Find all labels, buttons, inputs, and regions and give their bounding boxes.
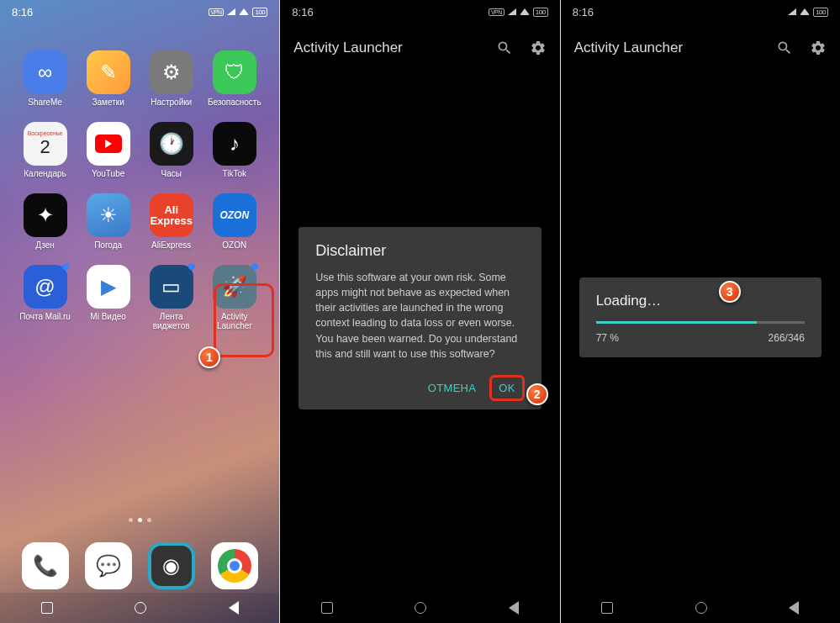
- app-tiktok[interactable]: ♪TikTok: [203, 122, 266, 178]
- security-icon: 🛡: [213, 50, 256, 94]
- app-ozon[interactable]: OZONOZON: [203, 193, 266, 250]
- app-label: Почта Mail.ru: [19, 312, 71, 321]
- app-label: Часы: [161, 169, 181, 178]
- screen-loading: 8:16 100 Activity Launcher Loading… 77 %…: [561, 0, 840, 623]
- nav-back-icon[interactable]: [789, 601, 799, 615]
- app-label: OZON: [222, 240, 246, 250]
- phone-icon[interactable]: 📞: [22, 542, 69, 589]
- notes-icon: ✎: [87, 50, 130, 94]
- nav-back-icon[interactable]: [229, 601, 239, 615]
- appbar: Activity Launcher: [280, 29, 559, 67]
- app-title: Activity Launcher: [574, 40, 683, 56]
- ali-icon: Ali Express: [150, 193, 193, 237]
- clock-icon: 🕐: [150, 122, 193, 166]
- cancel-button[interactable]: ОТМЕНА: [420, 375, 484, 401]
- search-icon[interactable]: [776, 40, 793, 56]
- status-time: 8:16: [573, 6, 594, 18]
- statusbar-3: 8:16 100: [561, 0, 840, 24]
- highlight-activity-launcher: [214, 283, 274, 357]
- nav-recent-icon[interactable]: [321, 602, 333, 614]
- progress-bar: [596, 321, 805, 324]
- battery-text: 100: [252, 8, 267, 17]
- nav-recent-icon[interactable]: [41, 602, 53, 614]
- app-label: Календарь: [24, 169, 66, 178]
- ozon-icon: OZON: [213, 193, 256, 237]
- signal-icon: [788, 8, 796, 15]
- mivideo-icon: ▶: [87, 265, 130, 309]
- app-label: Настройки: [151, 98, 192, 107]
- screen-home: 8:16 VPN 100 ∞ShareMe✎Заметки⚙Настройки🛡…: [0, 0, 279, 623]
- ok-button[interactable]: OK: [489, 375, 524, 401]
- status-icons: VPN 100: [209, 8, 268, 17]
- signal-icon: [227, 8, 235, 15]
- loading-card: Loading… 77 % 266/346: [579, 277, 822, 357]
- app-label: AliExpress: [151, 240, 191, 250]
- app-label: YouTube: [92, 169, 124, 178]
- app-label: Заметки: [92, 98, 124, 107]
- settings-icon: ⚙: [150, 50, 193, 94]
- mail-icon: @: [24, 265, 67, 309]
- app-label: Дзен: [35, 240, 55, 250]
- screen-disclaimer: 8:16 VPN 100 Activity Launcher Disclaime…: [280, 0, 559, 623]
- app-shareme[interactable]: ∞ShareMe: [13, 50, 77, 107]
- pager: [0, 518, 279, 522]
- app-youtube[interactable]: YouTube: [77, 122, 140, 178]
- nav-recent-icon[interactable]: [601, 602, 613, 614]
- loading-title: Loading…: [596, 293, 805, 309]
- vpn-icon: VPN: [209, 8, 225, 16]
- app-weather[interactable]: ☀Погода: [77, 193, 140, 250]
- chrome-icon[interactable]: [211, 542, 258, 589]
- nav-home-icon[interactable]: [135, 602, 146, 614]
- app-dzen[interactable]: ✦Дзен: [13, 193, 77, 250]
- app-label: TikTok: [223, 169, 247, 178]
- app-notes[interactable]: ✎Заметки: [77, 50, 140, 107]
- pager-dot[interactable]: [147, 518, 151, 522]
- pager-dot[interactable]: [129, 518, 133, 522]
- dialog-title: Disclaimer: [315, 242, 524, 260]
- signal-icon: [508, 8, 516, 15]
- wifi-icon: [239, 8, 249, 15]
- pager-dot-active[interactable]: [138, 518, 142, 522]
- weather-icon: ☀: [87, 193, 130, 237]
- app-label: Лента виджетов: [142, 312, 201, 330]
- nav-home-icon[interactable]: [695, 602, 707, 614]
- app-widgets[interactable]: ▭Лента виджетов: [140, 265, 203, 330]
- marker-2: 2: [526, 383, 548, 405]
- nav-home-icon[interactable]: [415, 602, 426, 614]
- loading-percent: 77 %: [596, 332, 619, 344]
- wifi-icon: [520, 8, 530, 15]
- app-mivideo[interactable]: ▶Mi Видео: [77, 265, 140, 330]
- app-label: Погода: [94, 240, 122, 250]
- status-icons: 100: [788, 8, 828, 17]
- app-mail[interactable]: @Почта Mail.ru: [13, 265, 77, 330]
- app-title: Activity Launcher: [293, 40, 402, 56]
- youtube-icon: [87, 122, 130, 166]
- gear-icon[interactable]: [810, 40, 827, 56]
- camera-icon[interactable]: ◉: [148, 542, 195, 589]
- tiktok-icon: ♪: [213, 122, 256, 166]
- loading-count: 266/346: [769, 332, 805, 344]
- appbar: Activity Launcher: [561, 29, 840, 67]
- dzen-icon: ✦: [24, 193, 67, 237]
- widgets-icon: ▭: [150, 265, 193, 309]
- gear-icon[interactable]: [530, 40, 547, 56]
- app-clock[interactable]: 🕐Часы: [140, 122, 203, 178]
- navbar-3: [561, 593, 840, 623]
- nav-back-icon[interactable]: [509, 601, 519, 615]
- app-security[interactable]: 🛡Безопасность: [203, 50, 266, 107]
- messages-icon[interactable]: 💬: [85, 542, 132, 589]
- status-icons: VPN 100: [489, 8, 548, 17]
- app-settings[interactable]: ⚙Настройки: [140, 50, 203, 107]
- navbar-home: [0, 593, 279, 623]
- marker-1: 1: [198, 346, 220, 368]
- vpn-icon: VPN: [489, 8, 505, 16]
- app-calendar[interactable]: Воскресенье2Календарь: [13, 122, 77, 178]
- shareme-icon: ∞: [24, 50, 67, 94]
- calendar-icon: Воскресенье2: [24, 122, 67, 166]
- dialog-body: Use this software at your own risk. Some…: [315, 270, 524, 362]
- app-label: ShareMe: [28, 98, 62, 107]
- progress-fill: [596, 321, 757, 324]
- status-time: 8:16: [292, 6, 313, 18]
- app-ali[interactable]: Ali ExpressAliExpress: [140, 193, 203, 250]
- search-icon[interactable]: [496, 40, 513, 56]
